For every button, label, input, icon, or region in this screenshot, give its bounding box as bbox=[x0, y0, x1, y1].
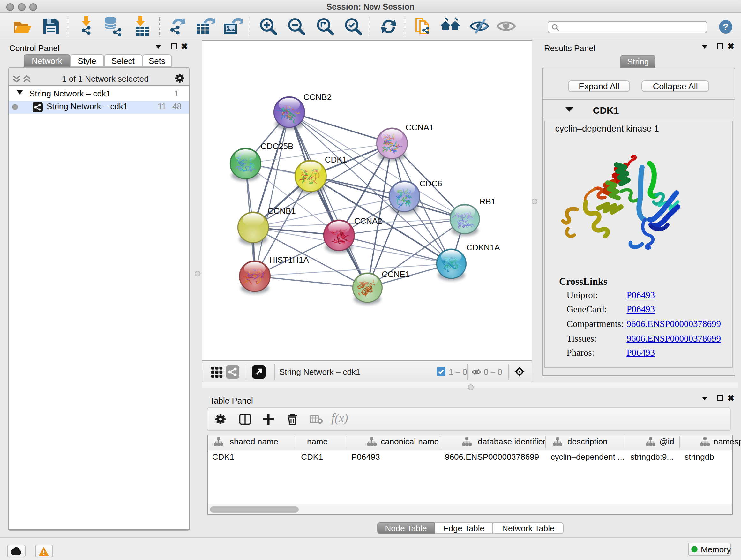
svg-text:HIST1H1A: HIST1H1A bbox=[269, 255, 309, 265]
svg-text:CCNA1: CCNA1 bbox=[406, 123, 434, 132]
svg-text:CDC25B: CDC25B bbox=[261, 141, 293, 151]
svg-text:?: ? bbox=[723, 21, 729, 32]
svg-text:CCNB2: CCNB2 bbox=[304, 92, 332, 102]
svg-text:CCNA2: CCNA2 bbox=[354, 216, 382, 226]
svg-text:CCNE1: CCNE1 bbox=[382, 269, 410, 279]
svg-text:RB1: RB1 bbox=[480, 197, 496, 206]
svg-text:CDC6: CDC6 bbox=[420, 179, 442, 188]
svg-text:CDKN1A: CDKN1A bbox=[467, 243, 500, 252]
svg-text:CCNB1: CCNB1 bbox=[268, 206, 296, 216]
svg-text:CDK1: CDK1 bbox=[325, 155, 347, 165]
